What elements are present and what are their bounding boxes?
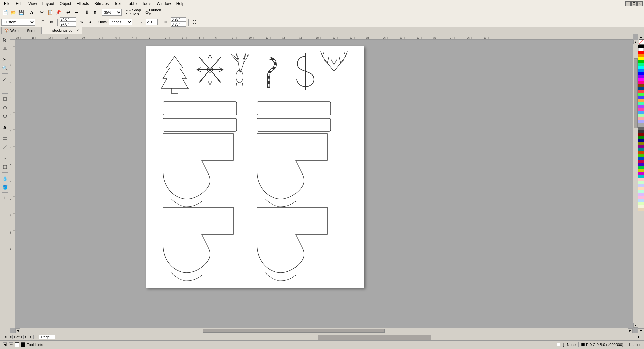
tab-close-icon[interactable]: ✕ <box>76 29 79 32</box>
menu-window[interactable]: Window <box>154 1 174 7</box>
color-swatch-darkgray[interactable] <box>638 127 644 130</box>
color-swatch-crimson[interactable] <box>638 160 644 163</box>
color-swatch-turquoise[interactable] <box>638 175 644 178</box>
color-swatch-darkgreen[interactable] <box>638 136 644 139</box>
reindeer-shape[interactable] <box>232 53 249 87</box>
color-swatch-blue-light[interactable] <box>638 69 644 72</box>
full-screen-button[interactable]: ⛶ <box>125 9 132 16</box>
snap-toggle[interactable]: Snap To ▾ <box>133 9 140 16</box>
dimensions-tool[interactable]: ↔ <box>1 154 9 162</box>
scroll-left-button[interactable]: ◀ <box>15 328 20 333</box>
zoom-tool[interactable]: 🔍 <box>1 64 9 72</box>
color-swatch-black[interactable] <box>638 45 644 48</box>
color-swatch-lightblue[interactable] <box>638 120 644 123</box>
scroll-down-button[interactable]: ▼ <box>633 323 638 328</box>
color-swatch-rosewater[interactable] <box>638 196 644 199</box>
shape-tool[interactable] <box>1 44 9 52</box>
page-label[interactable]: Page 1 <box>39 335 55 339</box>
paste-button[interactable]: 📌 <box>54 9 62 16</box>
page-height-input[interactable] <box>60 22 76 27</box>
candy-cane-shape[interactable] <box>269 58 275 88</box>
color-swatch-indigo[interactable] <box>638 163 644 166</box>
color-swatch-lightpink[interactable] <box>638 178 644 181</box>
ellipse-tool[interactable] <box>1 104 9 112</box>
menu-bitmaps[interactable]: Bitmaps <box>92 1 111 7</box>
scroll-right-button[interactable]: ▶ <box>628 328 633 333</box>
palette-scroll-up[interactable]: ▲ <box>638 34 644 39</box>
eyedropper-tool[interactable]: 💧 <box>1 174 9 182</box>
add-page-button[interactable]: + <box>199 18 207 26</box>
polygon-tool[interactable] <box>1 112 9 120</box>
dup-dist-x-input[interactable] <box>171 17 186 22</box>
color-swatch-cyan[interactable] <box>638 66 644 69</box>
color-swatch-emerald[interactable] <box>638 166 644 169</box>
scrollbar-vertical[interactable]: ▲ ▼ <box>633 40 638 328</box>
scrollbar-horizontal[interactable]: ◀ ▶ <box>15 328 633 333</box>
new-button[interactable]: 📄 <box>1 9 9 16</box>
color-swatch-fuchsia[interactable] <box>638 172 644 175</box>
canvas-content[interactable] <box>15 40 633 328</box>
color-swatch-lilac[interactable] <box>638 193 644 196</box>
menu-file[interactable]: File <box>1 1 13 7</box>
palette-scroll-down[interactable]: ▼ <box>638 328 644 333</box>
color-swatch-orange[interactable] <box>638 54 644 57</box>
page-portrait-button[interactable]: ☐ <box>39 18 47 26</box>
arrow-left-button[interactable]: ◀ <box>3 342 7 347</box>
plus-button[interactable]: + <box>1 194 9 202</box>
fill-tool[interactable]: 🪣 <box>1 183 9 191</box>
color-swatch-lightgreen[interactable] <box>638 114 644 117</box>
undo-button[interactable]: ↩ <box>65 9 72 16</box>
page-landscape-button[interactable]: ▭ <box>48 18 55 26</box>
rect-tool[interactable] <box>1 95 9 103</box>
prev-page-button[interactable]: ◀ <box>8 335 13 339</box>
color-swatch-chartreuse[interactable] <box>638 154 644 157</box>
pen-button[interactable]: ✏ <box>9 342 13 347</box>
restore-button[interactable]: ❐ <box>631 1 637 6</box>
launch-button[interactable]: Launch ▾ <box>151 9 159 16</box>
color-swatch-green[interactable] <box>638 60 644 63</box>
copy-button[interactable]: 📋 <box>46 9 54 16</box>
color-swatch-yellow[interactable] <box>638 57 644 60</box>
dup-dist-y-input[interactable] <box>171 22 186 27</box>
color-swatch-blue[interactable] <box>638 72 644 75</box>
color-swatch-gold[interactable] <box>638 169 644 172</box>
color-swatch-royalblue[interactable] <box>638 157 644 160</box>
color-swatch-red2[interactable] <box>638 90 644 93</box>
close-button[interactable]: ✕ <box>637 1 643 6</box>
increase-button[interactable]: ▲ <box>87 18 94 26</box>
open-button[interactable]: 📂 <box>9 9 17 16</box>
color-swatch-honeydew[interactable] <box>638 202 644 205</box>
first-page-button[interactable]: |◀ <box>3 335 7 339</box>
color-swatch-darkpurple[interactable] <box>638 145 644 148</box>
cut-button[interactable]: ✂ <box>38 9 46 16</box>
next-page-button[interactable]: ▶ <box>23 335 28 339</box>
fill-indicator[interactable] <box>557 343 560 346</box>
connector-tool[interactable] <box>1 143 9 151</box>
menu-tools[interactable]: Tools <box>139 1 154 7</box>
select-tool[interactable] <box>1 36 9 44</box>
color-swatch-tan[interactable] <box>638 208 644 211</box>
smart-draw-tool[interactable] <box>1 84 9 92</box>
dollar-sign-shape[interactable] <box>297 53 314 90</box>
freehand-tool[interactable] <box>1 75 9 83</box>
stroke-swatch[interactable] <box>21 342 25 347</box>
color-swatch-lavender[interactable] <box>638 184 644 187</box>
color-swatch-orange2[interactable] <box>638 99 644 102</box>
color-swatch-rust[interactable] <box>638 151 644 154</box>
color-swatch-red[interactable] <box>638 51 644 54</box>
scroll-thumb-v[interactable] <box>634 58 638 128</box>
color-swatch-violet[interactable] <box>638 105 644 108</box>
fill-swatch[interactable] <box>15 342 19 347</box>
no-color-swatch[interactable] <box>639 39 644 45</box>
color-swatch-beige[interactable] <box>638 205 644 208</box>
menu-help[interactable]: Help <box>174 1 187 7</box>
color-swatch-darkblue[interactable] <box>638 139 644 142</box>
menu-edit[interactable]: Edit <box>13 1 25 7</box>
h-scroll-bar[interactable] <box>62 335 630 339</box>
preset-select[interactable]: Custom <box>1 19 35 26</box>
color-swatch-brown[interactable] <box>638 84 644 87</box>
scroll-up-button[interactable]: ▲ <box>633 40 638 44</box>
color-swatch-magenta[interactable] <box>638 78 644 81</box>
swap-dims-button[interactable]: ⇅ <box>78 18 85 26</box>
color-swatch-skyblue[interactable] <box>638 111 644 114</box>
